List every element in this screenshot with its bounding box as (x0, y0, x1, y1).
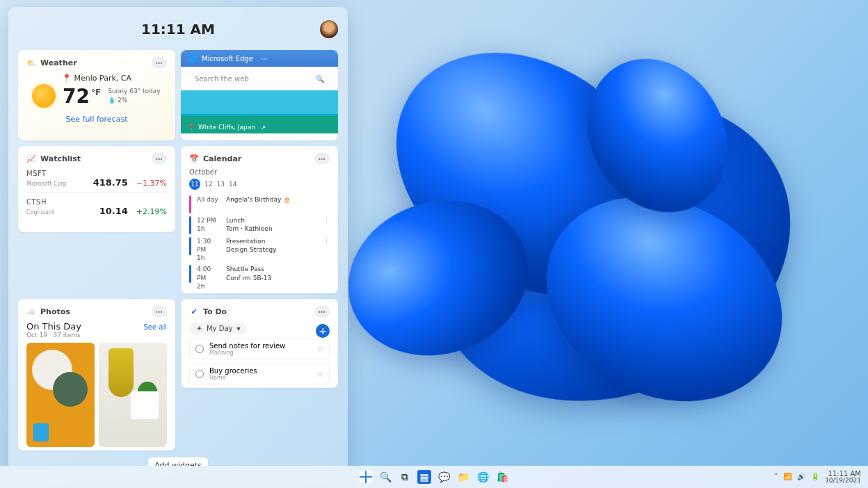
ticker-symbol[interactable]: MSFT (26, 170, 167, 177)
edge-search-input[interactable]: Search the web 🔍 (188, 71, 331, 86)
watchlist-widget[interactable]: 📈 Watchlist ⋯ MSFT Microsoft Corp 418.75… (18, 146, 175, 232)
volume-icon[interactable]: 🔊 (797, 473, 805, 480)
todo-task[interactable]: Buy groceriesHome ☆ (189, 364, 330, 384)
taskbar-date[interactable]: 10/19/2021 (825, 478, 861, 485)
widgets-button[interactable]: ▦ (417, 470, 431, 484)
calendar-icon: 📅 (189, 154, 199, 163)
wallpaper-bloom (334, 21, 868, 466)
chart-icon: 📈 (26, 154, 36, 163)
edge-widget[interactable]: 🌐 Microsoft Edge ⋯ Search the web 🔍 📍Whi… (181, 50, 338, 140)
more-button[interactable]: ⋯ (152, 57, 167, 68)
ticker-change: +2.19% (136, 207, 167, 216)
photo-thumbnail[interactable] (99, 343, 167, 447)
todo-widget[interactable]: ✔ To Do ⋯ ☀ My Day ▾ + Send notes for re… (181, 299, 338, 388)
start-button[interactable] (359, 470, 373, 484)
calendar-widget[interactable]: 📅 Calendar ⋯ October 11 12 13 14 All day… (181, 146, 338, 293)
photos-title: Photos (40, 307, 70, 316)
wifi-icon[interactable]: 📶 (783, 473, 791, 480)
watchlist-title: Watchlist (40, 154, 81, 163)
weather-temp: 72 (63, 85, 90, 108)
ticker-symbol[interactable]: CTSH (26, 198, 167, 206)
edge-title: Microsoft Edge (202, 55, 253, 63)
battery-icon[interactable]: 🔋 (811, 473, 819, 480)
widgets-panel: 11:11 AM ⛅ Weather ⋯ 📍 Menlo Park, CA 72… (8, 7, 348, 471)
sun-icon (32, 84, 56, 108)
event-more-icon[interactable]: ⋮ (323, 216, 330, 223)
star-icon[interactable]: ☆ (316, 345, 323, 354)
edge-button[interactable]: 🌐 (476, 470, 490, 484)
weather-conditions: Sunny 63° today (108, 87, 160, 97)
todo-title: To Do (203, 307, 227, 316)
add-task-button[interactable]: + (316, 324, 330, 338)
ticker-price: 418.75 (93, 177, 128, 188)
taskbar: 🔍 ⧉ ▦ 💬 📁 🌐 🛍️ ˄ 📶 🔊 🔋 11:11 AM 10/19/20… (0, 466, 868, 488)
photos-widget[interactable]: ☁️ Photos ⋯ On This Day Oct 19 · 37 item… (18, 299, 175, 450)
task-checkbox[interactable] (195, 370, 204, 378)
calendar-event[interactable]: 1:30 PM1h PresentationDesign Strategy ⋮ (189, 237, 330, 262)
weather-widget[interactable]: ⛅ Weather ⋯ 📍 Menlo Park, CA 72°F Sunny … (18, 50, 175, 140)
task-view-button[interactable]: ⧉ (398, 470, 412, 484)
calendar-day-strip[interactable]: 11 12 13 14 (189, 179, 330, 190)
photos-meta: Oct 19 · 37 items (26, 332, 81, 339)
calendar-event[interactable]: 12 PM1h LunchTom · Kathleen ⋮ (189, 216, 330, 234)
expand-icon[interactable]: ↗ (261, 124, 266, 131)
ticker-change: −1.37% (136, 179, 167, 188)
calendar-event[interactable]: 4:00 PM2h Shuttle PassConf rm 5B-13 (189, 265, 330, 290)
weather-location: 📍 Menlo Park, CA (26, 74, 167, 83)
see-forecast-link[interactable]: See full forecast (26, 115, 167, 124)
more-button[interactable]: ⋯ (314, 153, 330, 164)
check-icon: ✔ (189, 307, 199, 316)
star-icon[interactable]: ☆ (316, 370, 323, 379)
search-icon: 🔍 (316, 75, 324, 83)
more-button[interactable]: ⋯ (152, 306, 167, 317)
chat-button[interactable]: 💬 (437, 470, 451, 484)
photos-icon: ☁️ (26, 307, 36, 316)
todo-task[interactable]: Send notes for reviewPlanning ☆ (189, 339, 330, 359)
calendar-month: October (189, 168, 330, 176)
todo-list-picker[interactable]: ☀ My Day ▾ (189, 323, 247, 334)
ticker-price: 10.14 (99, 206, 128, 216)
panel-time: 11:11 AM (18, 21, 320, 38)
search-button[interactable]: 🔍 (378, 470, 392, 484)
taskbar-time[interactable]: 11:11 AM (825, 470, 861, 478)
store-button[interactable]: 🛍️ (495, 470, 509, 484)
event-more-icon[interactable]: ⋮ (323, 237, 330, 244)
photos-heading: On This Day (26, 321, 81, 332)
edge-icon: 🌐 (188, 54, 198, 63)
more-button[interactable]: ⋯ (152, 153, 167, 164)
photo-thumbnail[interactable] (26, 343, 95, 447)
more-button[interactable]: ⋯ (314, 306, 330, 317)
weather-title: Weather (40, 58, 77, 67)
user-avatar[interactable] (320, 20, 338, 38)
more-button[interactable]: ⋯ (262, 55, 268, 63)
see-all-link[interactable]: See all (143, 323, 167, 331)
weather-icon: ⛅ (26, 58, 36, 67)
calendar-event[interactable]: All day Angela's Birthday 🎂 (189, 195, 330, 213)
calendar-title: Calendar (203, 154, 241, 163)
calendar-today[interactable]: 11 (189, 179, 200, 190)
explorer-button[interactable]: 📁 (456, 470, 470, 484)
tray-chevron-icon[interactable]: ˄ (774, 473, 778, 480)
edge-wallpaper: 📍White Cliffs, Japan ↗ (181, 90, 338, 133)
task-checkbox[interactable] (195, 345, 204, 353)
